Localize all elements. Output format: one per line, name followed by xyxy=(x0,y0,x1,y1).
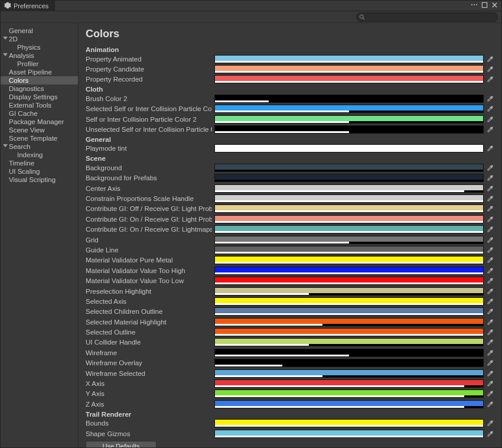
eyedropper-icon[interactable] xyxy=(486,215,494,223)
color-label: Contribute GI: On / Receive GI: Light Pr… xyxy=(86,216,212,223)
color-field[interactable] xyxy=(214,307,484,316)
alpha-fill xyxy=(215,111,349,112)
color-field[interactable] xyxy=(214,297,484,306)
sidebar-item-visual-scripting[interactable]: Visual Scripting xyxy=(1,176,78,184)
eyedropper-icon[interactable] xyxy=(486,349,494,357)
eyedropper-icon[interactable] xyxy=(486,184,494,193)
sidebar-item-search[interactable]: Search xyxy=(1,142,78,151)
color-field[interactable] xyxy=(214,379,484,388)
sidebar-item-diagnostics[interactable]: Diagnostics xyxy=(1,85,78,93)
use-defaults-button[interactable]: Use Defaults xyxy=(86,441,157,447)
color-field[interactable] xyxy=(214,369,484,378)
color-field[interactable] xyxy=(214,225,484,233)
color-field[interactable] xyxy=(214,95,484,103)
eyedropper-icon[interactable] xyxy=(486,194,494,203)
color-field[interactable] xyxy=(214,359,484,367)
color-field[interactable] xyxy=(214,419,484,427)
color-field[interactable] xyxy=(214,204,484,213)
eyedropper-icon[interactable] xyxy=(486,328,494,336)
eyedropper-icon[interactable] xyxy=(486,115,494,124)
color-field[interactable] xyxy=(214,338,484,346)
color-swatch xyxy=(215,257,483,262)
eyedropper-icon[interactable] xyxy=(486,65,494,73)
sidebar-item-colors[interactable]: Colors xyxy=(1,76,78,85)
color-field[interactable] xyxy=(214,55,484,63)
color-field[interactable] xyxy=(214,287,484,296)
color-field[interactable] xyxy=(214,215,484,223)
sidebar-item-scene-view[interactable]: Scene View xyxy=(1,126,78,134)
color-field[interactable] xyxy=(214,105,484,113)
color-field[interactable] xyxy=(214,400,484,408)
eyedropper-icon[interactable] xyxy=(486,267,494,275)
color-field[interactable] xyxy=(214,318,484,326)
eyedropper-icon[interactable] xyxy=(486,419,494,427)
color-field[interactable] xyxy=(214,144,484,152)
color-field[interactable] xyxy=(214,164,484,172)
color-field[interactable] xyxy=(214,430,484,438)
sidebar-item-ui-scaling[interactable]: UI Scaling xyxy=(1,167,78,176)
eyedropper-icon[interactable] xyxy=(486,164,494,172)
eyedropper-icon[interactable] xyxy=(486,287,494,296)
eyedropper-icon[interactable] xyxy=(486,204,494,213)
color-field[interactable] xyxy=(214,236,484,244)
eyedropper-icon[interactable] xyxy=(486,75,494,83)
eyedropper-icon[interactable] xyxy=(486,430,494,438)
sidebar-item-gi-cache[interactable]: GI Cache xyxy=(1,109,78,118)
sidebar-item-scene-template[interactable]: Scene Template xyxy=(1,134,78,142)
eyedropper-icon[interactable] xyxy=(486,125,494,134)
sidebar-item-physics[interactable]: Physics xyxy=(1,43,78,51)
eyedropper-icon[interactable] xyxy=(486,307,494,316)
color-field[interactable] xyxy=(214,184,484,193)
search-input[interactable] xyxy=(356,12,498,22)
sidebar-item-analysis[interactable]: Analysis xyxy=(1,51,78,60)
color-field[interactable] xyxy=(214,174,484,182)
eyedropper-icon[interactable] xyxy=(486,369,494,378)
color-field[interactable] xyxy=(214,267,484,275)
close-icon[interactable] xyxy=(491,2,498,10)
eyedropper-icon[interactable] xyxy=(486,400,494,408)
eyedropper-icon[interactable] xyxy=(486,144,494,152)
sidebar-item-display-settings[interactable]: Display Settings xyxy=(1,93,78,101)
color-field[interactable] xyxy=(214,349,484,357)
eyedropper-icon[interactable] xyxy=(486,359,494,367)
sidebar-item-package-manager[interactable]: Package Manager xyxy=(1,118,78,126)
eyedropper-icon[interactable] xyxy=(486,277,494,285)
eyedropper-icon[interactable] xyxy=(486,55,494,63)
eyedropper-icon[interactable] xyxy=(486,338,494,346)
color-field[interactable] xyxy=(214,125,484,134)
sidebar-item-profiler[interactable]: Profiler xyxy=(1,60,78,68)
eyedropper-icon[interactable] xyxy=(486,236,494,244)
eyedropper-icon[interactable] xyxy=(486,95,494,103)
color-field[interactable] xyxy=(214,256,484,264)
color-row: Material Validator Pure Metal xyxy=(86,255,494,265)
color-label: Property Candidate xyxy=(86,66,212,73)
eyedropper-icon[interactable] xyxy=(486,105,494,113)
eyedropper-icon[interactable] xyxy=(486,389,494,398)
color-label: Background xyxy=(86,164,212,171)
color-field[interactable] xyxy=(214,194,484,203)
eyedropper-icon[interactable] xyxy=(486,379,494,388)
sidebar-item-timeline[interactable]: Timeline xyxy=(1,159,78,167)
color-field[interactable] xyxy=(214,75,484,83)
eyedropper-icon[interactable] xyxy=(486,174,494,182)
eyedropper-icon[interactable] xyxy=(486,318,494,326)
eyedropper-icon[interactable] xyxy=(486,225,494,233)
color-field[interactable] xyxy=(214,65,484,73)
sidebar-item-external-tools[interactable]: External Tools xyxy=(1,101,78,109)
menu-icon[interactable] xyxy=(471,1,478,10)
color-field[interactable] xyxy=(214,277,484,285)
eyedropper-icon[interactable] xyxy=(486,297,494,306)
sidebar-item-asset-pipeline[interactable]: Asset Pipeline xyxy=(1,68,78,76)
eyedropper-icon[interactable] xyxy=(486,256,494,264)
sidebar-item-general[interactable]: General xyxy=(1,27,78,35)
sidebar-item-2d[interactable]: 2D xyxy=(1,35,78,43)
titlebar: Preferences xyxy=(1,1,501,11)
sidebar-item-indexing[interactable]: Indexing xyxy=(1,151,78,159)
color-field[interactable] xyxy=(214,246,484,254)
maximize-icon[interactable] xyxy=(481,2,488,10)
eyedropper-icon[interactable] xyxy=(486,246,494,254)
color-field[interactable] xyxy=(214,115,484,124)
color-field[interactable] xyxy=(214,328,484,336)
tab-preferences[interactable]: Preferences xyxy=(1,1,55,11)
color-field[interactable] xyxy=(214,389,484,398)
